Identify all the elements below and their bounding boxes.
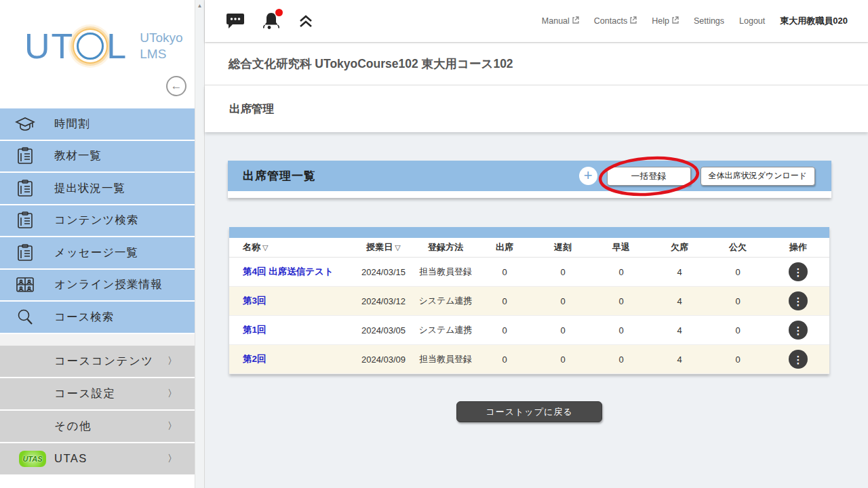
row-operations-button[interactable]: ⋮ — [789, 291, 808, 310]
clipboard-icon — [14, 244, 37, 262]
logo-text-right: L — [106, 28, 127, 64]
excused-count: 0 — [709, 267, 767, 277]
link-logout[interactable]: Logout — [739, 16, 765, 26]
chat-icon[interactable] — [226, 12, 245, 30]
column-header-method: 登録方法 — [416, 241, 475, 253]
notification-badge — [275, 9, 283, 16]
kebab-menu-icon: ⋮ — [793, 354, 804, 365]
sidebar-scrollbar[interactable]: ▲ — [195, 0, 204, 488]
sidebar-item-label: 提出状況一覧 — [54, 181, 125, 196]
back-arrow-icon: ← — [171, 79, 182, 93]
table-header-row: 名称▽ 授業日▽ 登録方法 出席 遅刻 早退 欠席 公欠 操作 — [229, 238, 829, 258]
logo-sub-line1: UTokyo — [140, 30, 182, 46]
back-to-course-top-button[interactable]: コーストップに戻る — [456, 401, 601, 422]
current-user-name[interactable]: 東大用教職員020 — [780, 15, 848, 27]
clipboard-icon — [14, 211, 37, 229]
sidebar-spacer — [0, 334, 195, 346]
panel-footer-strip — [228, 191, 831, 198]
sidebar-item-utas[interactable]: UTAS UTAS 〉 — [0, 443, 195, 476]
early-leave-count: 0 — [592, 325, 650, 336]
absent-count: 4 — [650, 267, 709, 277]
table-row: 第4回 出席送信テスト 2024/03/15 担当教員登録 0 0 0 4 0 … — [229, 258, 829, 287]
sort-icon: ▽ — [262, 243, 268, 251]
sidebar-item-label: コンテンツ検索 — [54, 213, 138, 228]
column-header-name[interactable]: 名称▽ — [229, 241, 351, 253]
excused-count: 0 — [709, 296, 767, 306]
sidebar-item-label: オンライン授業情報 — [54, 277, 162, 292]
registration-method: システム連携 — [416, 295, 475, 307]
attendance-session-link[interactable]: 第3回 — [243, 296, 267, 306]
logo-area: UT L UTokyo LMS ← — [0, 0, 195, 108]
column-header-absent: 欠席 — [650, 241, 709, 253]
add-attendance-button[interactable]: + — [579, 167, 597, 185]
sidebar-item-course-contents[interactable]: コースコンテンツ 〉 — [0, 346, 195, 378]
page-header: 出席管理 — [205, 85, 868, 132]
sidebar-item-course-search[interactable]: コース検索 — [0, 302, 195, 334]
late-count: 0 — [534, 296, 592, 306]
logo-o-ring-icon — [77, 33, 104, 60]
collapse-topbar-icon[interactable] — [298, 14, 314, 28]
logo-text-left: UT — [24, 28, 74, 64]
course-header: 総合文化研究科 UTokyoCourse102 東大用コース102 — [205, 42, 868, 85]
clipboard-icon — [14, 180, 37, 197]
sidebar-item-content-search[interactable]: コンテンツ検索 — [0, 205, 195, 238]
early-leave-count: 0 — [592, 296, 650, 306]
registration-method: システム連携 — [416, 324, 475, 336]
link-contacts[interactable]: Contacts — [594, 16, 637, 26]
kebab-menu-icon: ⋮ — [793, 325, 804, 336]
chevron-right-icon: 〉 — [167, 388, 177, 400]
kebab-menu-icon: ⋮ — [793, 296, 804, 306]
sidebar-item-submissions[interactable]: 提出状況一覧 — [0, 173, 195, 205]
absent-count: 4 — [650, 354, 709, 365]
sidebar-item-messages[interactable]: メッセージ一覧 — [0, 237, 195, 270]
late-count: 0 — [534, 267, 592, 277]
external-link-icon — [629, 16, 637, 26]
topbar: Manual Contacts Help Settings Logout 東 — [205, 0, 868, 42]
attendance-panel: 出席管理一覧 + 一括登録 全体出席状況ダウンロード — [228, 161, 831, 198]
logo-sub-line2: LMS — [140, 46, 182, 62]
table-row: 第3回 2024/03/12 システム連携 0 0 0 4 0 ⋮ — [229, 287, 829, 316]
late-count: 0 — [534, 325, 592, 336]
sidebar-item-online-class[interactable]: オンライン授業情報 — [0, 270, 195, 302]
present-count: 0 — [475, 354, 534, 365]
chevron-right-icon: 〉 — [167, 420, 177, 432]
sidebar-item-materials[interactable]: 教材一覧 — [0, 141, 195, 174]
link-manual[interactable]: Manual — [542, 16, 579, 26]
sidebar-item-label: 教材一覧 — [54, 148, 102, 163]
attendance-panel-header: 出席管理一覧 + 一括登録 全体出席状況ダウンロード — [228, 161, 831, 191]
link-settings[interactable]: Settings — [694, 16, 724, 26]
attendance-session-link[interactable]: 第1回 — [243, 325, 267, 335]
download-attendance-button[interactable]: 全体出席状況ダウンロード — [701, 167, 815, 186]
link-help[interactable]: Help — [652, 16, 679, 26]
present-count: 0 — [475, 325, 534, 336]
attendance-session-link[interactable]: 第2回 — [243, 354, 267, 364]
sidebar-item-label: 時間割 — [54, 117, 90, 131]
sidebar-item-timetable[interactable]: 時間割 — [0, 108, 195, 141]
sidebar-item-label: メッセージ一覧 — [54, 245, 138, 260]
notifications-bell-icon[interactable] — [262, 12, 280, 30]
sidebar-item-course-settings[interactable]: コース設定 〉 — [0, 378, 195, 411]
bulk-register-button[interactable]: 一括登録 — [607, 167, 691, 186]
sidebar-item-others[interactable]: その他 〉 — [0, 411, 195, 443]
early-leave-count: 0 — [592, 354, 650, 365]
column-header-excused: 公欠 — [709, 241, 767, 253]
sidebar: UT L UTokyo LMS ← 時間割 教材 — [0, 0, 195, 488]
clipboard-icon — [14, 147, 37, 165]
column-header-operations: 操作 — [767, 241, 829, 253]
online-class-icon — [14, 277, 37, 293]
main-area: Manual Contacts Help Settings Logout 東 — [204, 0, 868, 488]
excused-count: 0 — [709, 354, 767, 365]
table-row: 第2回 2024/03/09 担当教員登録 0 0 0 4 0 ⋮ — [229, 345, 829, 374]
late-count: 0 — [534, 354, 592, 365]
sidebar-collapse-button[interactable]: ← — [166, 76, 186, 96]
page-title: 出席管理 — [229, 102, 274, 117]
row-operations-button[interactable]: ⋮ — [789, 350, 808, 369]
row-operations-button[interactable]: ⋮ — [789, 262, 808, 281]
graduation-cap-icon — [14, 116, 37, 132]
attendance-session-link[interactable]: 第4回 出席送信テスト — [243, 266, 334, 277]
column-header-date[interactable]: 授業日▽ — [351, 241, 416, 253]
scroll-up-icon[interactable]: ▲ — [197, 3, 203, 488]
sidebar-item-label: コースコンテンツ — [54, 354, 154, 369]
chevron-right-icon: 〉 — [167, 453, 177, 465]
row-operations-button[interactable]: ⋮ — [789, 321, 808, 340]
